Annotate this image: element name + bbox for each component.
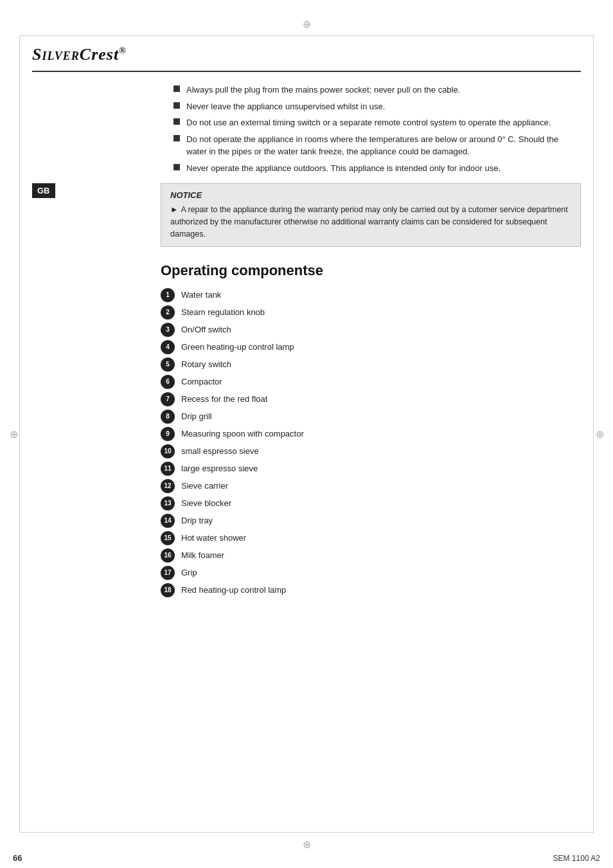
component-label: Drip grill xyxy=(181,411,212,422)
component-number: 8 xyxy=(161,410,175,424)
bullet-item: Never operate the appliance outdoors. Th… xyxy=(173,162,581,175)
component-number: 7 xyxy=(161,392,175,406)
component-label: Milk foamer xyxy=(181,550,224,561)
reg-mark-bottom: ⊕ xyxy=(301,838,312,850)
reg-mark-top: ⊕ xyxy=(301,18,312,30)
list-item: 13Sieve blocker xyxy=(161,496,581,511)
list-item: 14Drip tray xyxy=(161,514,581,528)
components-list: 1Water tank2Steam regulation knob3On/Off… xyxy=(161,288,581,597)
component-number: 14 xyxy=(161,514,175,528)
safety-bullet-list: Always pull the plug from the mains powe… xyxy=(173,84,581,174)
component-label: Red heating-up control lamp xyxy=(181,584,286,596)
list-item: 7Recess for the red float xyxy=(161,392,581,406)
bullet-item: Do not use an external timing switch or … xyxy=(173,116,581,129)
list-item: 5Rotary switch xyxy=(161,357,581,372)
component-number: 4 xyxy=(161,340,175,354)
list-item: 1Water tank xyxy=(161,288,581,302)
border-top xyxy=(19,35,594,36)
component-label: On/Off switch xyxy=(181,324,231,336)
list-item: 10small espresso sieve xyxy=(161,444,581,458)
bullet-square xyxy=(173,86,180,92)
component-number: 16 xyxy=(161,548,175,563)
bullet-square xyxy=(173,102,180,109)
bullet-square xyxy=(173,135,180,141)
border-bottom xyxy=(19,832,594,833)
notice-wrapper: GB NOTICE ►A repair to the appliance dur… xyxy=(32,183,581,247)
component-label: large espresso sieve xyxy=(181,463,258,475)
component-label: Sieve carrier xyxy=(181,480,228,492)
component-number: 13 xyxy=(161,496,175,511)
list-item: 16Milk foamer xyxy=(161,548,581,563)
list-item: 9Measuring spoon with compactor xyxy=(161,427,581,441)
bullet-item: Always pull the plug from the mains powe… xyxy=(173,84,581,96)
component-label: Grip xyxy=(181,567,197,579)
list-item: 4Green heating-up control lamp xyxy=(161,340,581,354)
logo-reg: ® xyxy=(119,46,126,55)
component-label: Measuring spoon with compactor xyxy=(181,428,304,440)
list-item: 15Hot water shower xyxy=(161,531,581,545)
logo-area: SilverCrest® xyxy=(32,45,581,72)
component-number: 18 xyxy=(161,583,175,597)
list-item: 6Compactor xyxy=(161,375,581,389)
bullet-square xyxy=(173,118,180,125)
component-label: Green heating-up control lamp xyxy=(181,341,294,353)
component-label: Rotary switch xyxy=(181,359,231,370)
list-item: 2Steam regulation knob xyxy=(161,305,581,320)
list-item: 12Sieve carrier xyxy=(161,479,581,493)
notice-body: A repair to the appliance during the war… xyxy=(170,205,568,239)
component-label: Hot water shower xyxy=(181,532,246,544)
bullet-text: Never leave the appliance unsupervised w… xyxy=(186,100,385,113)
component-label: Sieve blocker xyxy=(181,498,231,509)
component-number: 11 xyxy=(161,462,175,476)
bullet-text: Never operate the appliance outdoors. Th… xyxy=(186,162,501,175)
component-number: 10 xyxy=(161,444,175,458)
bullet-item: Never leave the appliance unsupervised w… xyxy=(173,100,581,113)
component-number: 5 xyxy=(161,357,175,372)
component-label: small espresso sieve xyxy=(181,446,259,457)
gb-label: GB xyxy=(32,183,55,198)
component-number: 9 xyxy=(161,427,175,441)
component-label: Drip tray xyxy=(181,515,213,527)
notice-arrow: ► xyxy=(170,205,178,214)
bullet-text: Do not operate the appliance in rooms wh… xyxy=(186,133,581,158)
component-label: Steam regulation knob xyxy=(181,307,265,318)
component-number: 12 xyxy=(161,479,175,493)
component-number: 1 xyxy=(161,288,175,302)
notice-box: NOTICE ►A repair to the appliance during… xyxy=(161,183,581,247)
footer-page-number: 66 xyxy=(13,853,22,863)
component-number: 2 xyxy=(161,305,175,320)
component-label: Recess for the red float xyxy=(181,393,267,405)
reg-mark-left: ⊕ xyxy=(8,428,19,440)
bullet-item: Do not operate the appliance in rooms wh… xyxy=(173,133,581,158)
bullet-text: Always pull the plug from the mains powe… xyxy=(186,84,460,96)
logo-crest: Crest xyxy=(80,45,119,64)
list-item: 11large espresso sieve xyxy=(161,462,581,476)
component-label: Compactor xyxy=(181,376,222,388)
notice-text: ►A repair to the appliance during the wa… xyxy=(170,204,571,240)
border-left xyxy=(19,35,20,833)
section-title: Operating componentse xyxy=(161,262,581,279)
footer-model: SEM 1100 A2 xyxy=(553,854,600,863)
component-number: 3 xyxy=(161,323,175,337)
component-number: 15 xyxy=(161,531,175,545)
component-label: Water tank xyxy=(181,289,221,301)
bullet-square xyxy=(173,164,180,170)
border-right xyxy=(593,35,594,833)
list-item: 8Drip grill xyxy=(161,410,581,424)
list-item: 3On/Off switch xyxy=(161,323,581,337)
component-number: 17 xyxy=(161,566,175,580)
logo: SilverCrest® xyxy=(32,45,127,64)
bullet-text: Do not use an external timing switch or … xyxy=(186,116,551,129)
logo-silver: Silver xyxy=(32,45,80,64)
reg-mark-right: ⊕ xyxy=(594,428,605,440)
list-item: 18Red heating-up control lamp xyxy=(161,583,581,597)
notice-title: NOTICE xyxy=(170,190,571,200)
component-number: 6 xyxy=(161,375,175,389)
list-item: 17Grip xyxy=(161,566,581,580)
footer: 66 SEM 1100 A2 xyxy=(0,853,613,863)
